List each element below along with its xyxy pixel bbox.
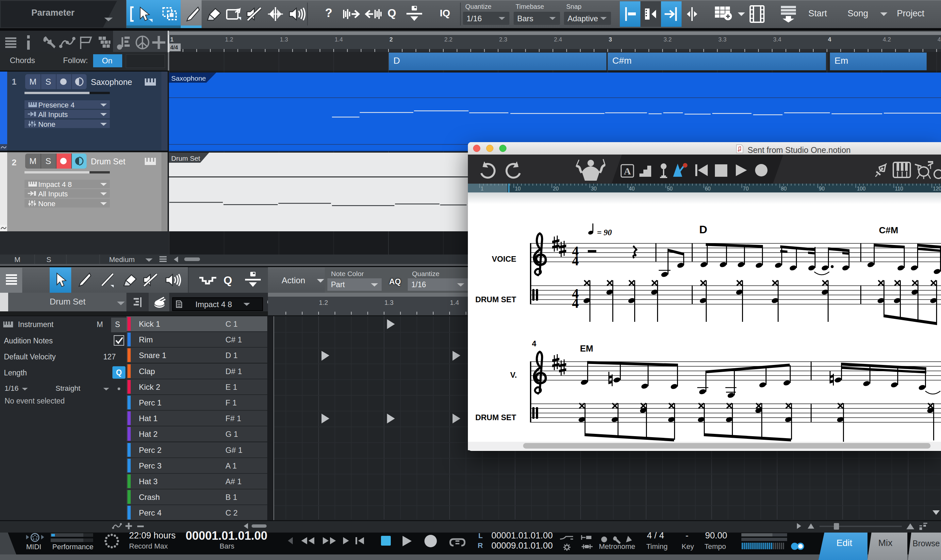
svg-text:= 90: = 90 — [597, 228, 612, 237]
svg-text:4: 4 — [572, 253, 579, 268]
svg-text:4: 4 — [572, 296, 579, 311]
svg-text:DRUM SET: DRUM SET — [475, 295, 517, 304]
svg-text:EM: EM — [580, 344, 594, 354]
svg-text:DRUM SET: DRUM SET — [475, 413, 517, 422]
svg-text:D: D — [699, 223, 707, 235]
svg-text:VOICE: VOICE — [492, 254, 516, 263]
svg-text:4: 4 — [532, 339, 537, 348]
svg-text:V.: V. — [510, 371, 517, 379]
svg-text:C#M: C#M — [879, 225, 898, 235]
